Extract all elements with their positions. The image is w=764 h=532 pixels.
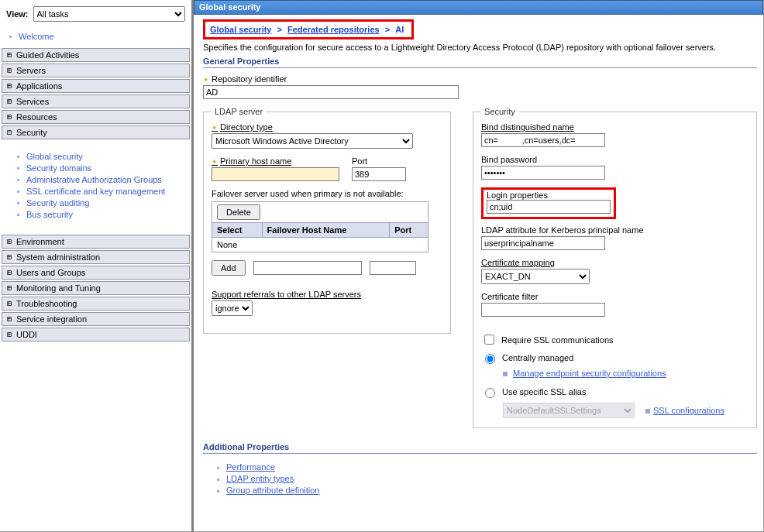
expand-icon: ⊞ (5, 67, 13, 74)
th-host: Failover Host Name (262, 223, 390, 238)
section-additional-properties: Additional Properties (203, 442, 757, 454)
nav-security[interactable]: ⊟Security (2, 125, 190, 139)
port-label: Port (352, 156, 406, 166)
ldap-server-fieldset: LDAP server Directory type Microsoft Win… (203, 107, 451, 334)
require-ssl-label: Require SSL communications (501, 335, 614, 345)
nav-system-admin[interactable]: ⊞System administration (2, 250, 190, 264)
nav-welcome[interactable]: Welcome (19, 32, 54, 41)
login-props-input[interactable] (487, 200, 611, 214)
nav-sidebar: View: All tasks Welcome ⊞Guided Activiti… (0, 0, 194, 531)
view-label: View: (6, 9, 29, 19)
page-description: Specifies the configuration for secure a… (203, 43, 757, 52)
kerberos-attr-label: LDAP attribute for Kerberos principal na… (481, 225, 749, 235)
bind-pw-label: Bind password (481, 155, 749, 164)
cert-filter-label: Certificate filter (481, 292, 749, 301)
crumb-sep-icon: > (274, 25, 285, 34)
bullet-icon (645, 409, 650, 414)
cert-mapping-label: Certificate mapping (481, 258, 749, 267)
crumb-current: AI (395, 25, 404, 34)
ldap-legend: LDAP server (212, 107, 266, 116)
nav-servers[interactable]: ⊞Servers (2, 63, 190, 77)
additional-properties-list: Performance LDAP entity types Group attr… (203, 462, 757, 495)
primary-host-label: Primary host name (212, 156, 339, 166)
failover-none: None (212, 238, 428, 252)
nav-security-children: Global security Security domains Adminis… (2, 148, 190, 226)
bullet-icon (503, 372, 508, 376)
nav-bus-security[interactable]: Bus security (26, 210, 73, 219)
addl-group-attr-def[interactable]: Group attribute definition (226, 486, 319, 495)
port-input[interactable] (352, 167, 406, 181)
manage-endpoint-link[interactable]: Manage endpoint security configurations (513, 369, 666, 378)
nav-admin-auth-groups[interactable]: Administrative Authorization Groups (26, 175, 162, 184)
expand-icon: ⊞ (5, 113, 13, 121)
expand-icon: ⊞ (5, 98, 13, 105)
expand-icon: ⊞ (5, 238, 13, 245)
login-props-label: Login properties (487, 190, 611, 200)
nav-resources[interactable]: ⊞Resources (2, 110, 190, 124)
view-select[interactable]: All tasks (33, 6, 185, 22)
bind-pw-input[interactable] (481, 166, 605, 180)
expand-icon: ⊞ (5, 269, 13, 276)
page-title-bar: Global security (194, 0, 763, 15)
expand-icon: ⊞ (5, 253, 13, 261)
crumb-sep-icon: > (382, 25, 393, 34)
nav-uddi[interactable]: ⊞UDDI (2, 328, 190, 342)
cert-mapping-select[interactable]: EXACT_DN (481, 269, 590, 284)
dir-type-select[interactable]: Microsoft Windows Active Directory (212, 133, 413, 149)
bind-dn-label: Bind distinguished name (481, 122, 749, 132)
failover-table: Delete Select Failover Host Name Port No… (212, 201, 428, 252)
referrals-select[interactable]: ignore (212, 300, 253, 316)
security-fieldset: Security Bind distinguished name Bind pa… (473, 107, 757, 428)
require-ssl-checkbox[interactable] (484, 335, 494, 345)
repo-id-label: Repository identifier (203, 74, 757, 84)
crumb-global-security[interactable]: Global security (210, 25, 271, 34)
centrally-managed-radio[interactable] (485, 354, 495, 364)
add-button[interactable]: Add (212, 260, 246, 276)
crumb-federated-repos[interactable]: Federated repositories (287, 25, 380, 34)
nav-troubleshooting[interactable]: ⊞Troubleshooting (2, 297, 190, 311)
th-select: Select (212, 223, 263, 238)
nav-security-domains[interactable]: Security domains (26, 163, 91, 173)
add-host-input[interactable] (253, 261, 362, 275)
centrally-managed-label: Centrally managed (502, 353, 573, 362)
add-port-input[interactable] (370, 261, 416, 275)
expand-icon: ⊞ (5, 284, 13, 292)
ssl-configurations-link[interactable]: SSL configurations (653, 406, 724, 415)
addl-performance[interactable]: Performance (226, 462, 275, 472)
expand-icon: ⊞ (5, 315, 13, 323)
nav-applications[interactable]: ⊞Applications (2, 79, 190, 93)
nav-guided-activities[interactable]: ⊞Guided Activities (2, 48, 190, 62)
expand-icon: ⊞ (5, 51, 13, 59)
main-content: Global security Global security > Federa… (194, 0, 763, 531)
nav-services[interactable]: ⊞Services (2, 94, 190, 108)
breadcrumb: Global security > Federated repositories… (203, 19, 414, 39)
ssl-alias-select[interactable]: NodeDefaultSSLSettings (503, 403, 635, 418)
bind-dn-input[interactable] (481, 133, 605, 147)
cert-filter-input[interactable] (481, 303, 605, 317)
use-ssl-alias-radio[interactable] (485, 388, 495, 398)
primary-host-input[interactable] (212, 167, 339, 181)
nav-security-auditing[interactable]: Security auditing (26, 198, 89, 208)
nav-global-security[interactable]: Global security (26, 152, 83, 161)
nav-users-groups[interactable]: ⊞Users and Groups (2, 266, 190, 280)
expand-icon: ⊞ (5, 82, 13, 90)
th-port: Port (390, 223, 428, 238)
expand-icon: ⊞ (5, 300, 13, 307)
nav-ssl-cert-key[interactable]: SSL certificate and key management (26, 187, 165, 196)
referrals-label: Support referrals to other LDAP servers (212, 290, 442, 299)
nav-environment[interactable]: ⊞Environment (2, 235, 190, 249)
nav-service-integration[interactable]: ⊞Service integration (2, 312, 190, 326)
view-selector-row: View: All tasks (2, 3, 190, 28)
security-legend: Security (481, 107, 518, 116)
delete-button[interactable]: Delete (217, 204, 260, 220)
use-ssl-alias-label: Use specific SSL alias (502, 387, 586, 396)
section-general-properties: General Properties (203, 57, 757, 68)
repo-id-input[interactable] (203, 85, 459, 99)
dir-type-label: Directory type (212, 122, 442, 132)
addl-ldap-entity-types[interactable]: LDAP entity types (226, 474, 294, 483)
failover-label: Failover server used when primary is not… (212, 189, 442, 198)
login-props-highlight: Login properties (481, 187, 616, 219)
nav-monitoring[interactable]: ⊞Monitoring and Tuning (2, 281, 190, 295)
kerberos-attr-input[interactable] (481, 236, 605, 250)
expand-icon: ⊞ (5, 331, 13, 338)
